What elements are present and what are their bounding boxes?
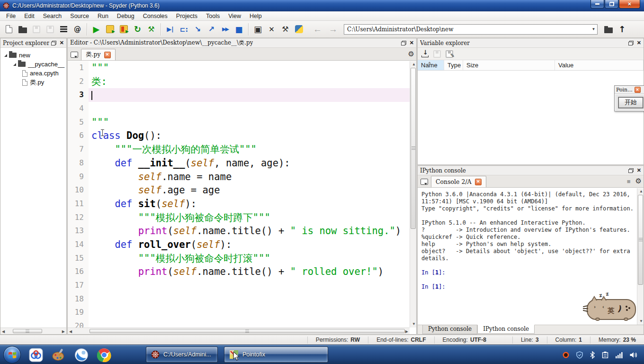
column-name[interactable]: Name <box>418 60 444 70</box>
code-line-15[interactable]: 15 """模拟小狗被命令时打滚""" <box>68 252 410 265</box>
continue-button[interactable] <box>218 22 232 36</box>
python-path-button[interactable] <box>292 22 306 36</box>
tree-item-area.cpyth[interactable]: area.cpyth <box>0 69 66 78</box>
code-line-17[interactable]: 17 <box>68 279 410 292</box>
code-line-1[interactable]: 1""" <box>68 61 410 75</box>
code-line-11[interactable]: 11 def sit(self): <box>68 197 410 211</box>
debug-button[interactable] <box>163 22 177 36</box>
pinned-app-rings-icon[interactable] <box>25 346 47 364</box>
symbol-finder-button[interactable] <box>71 22 84 36</box>
close-tab-icon[interactable]: ✕ <box>104 52 111 58</box>
close-panel-icon[interactable]: ✕ <box>410 40 414 46</box>
browse-directory-button[interactable] <box>601 22 615 36</box>
menu-help[interactable]: Help <box>245 11 266 21</box>
save-button[interactable] <box>29 22 43 36</box>
maximize-pane-button[interactable] <box>251 22 265 36</box>
working-directory-input[interactable] <box>344 25 590 34</box>
editor-tab[interactable]: 类.py ✕ <box>81 49 116 60</box>
code-line-4[interactable]: 4 <box>68 102 410 116</box>
menu-edit[interactable]: Edit <box>20 11 39 21</box>
save-data-as-icon[interactable] <box>446 50 453 58</box>
tree-item-new[interactable]: new <box>0 51 66 60</box>
code-line-9[interactable]: 9 self.name = name <box>68 170 410 184</box>
minimize-button[interactable] <box>590 0 604 9</box>
code-line-5[interactable]: 5""" <box>68 116 410 129</box>
code-line-20[interactable]: 20 <box>68 319 410 328</box>
code-line-3[interactable]: 3 <box>68 88 410 102</box>
save-all-button[interactable] <box>43 22 57 36</box>
pinned-app-browser-icon[interactable] <box>70 346 93 364</box>
pinned-app-paint-icon[interactable] <box>47 346 70 364</box>
project-explorer-hscrollbar[interactable]: ◀▶ <box>0 328 66 334</box>
maximize-button[interactable] <box>605 0 618 9</box>
code-line-6[interactable]: 6class Dog(): <box>68 129 410 143</box>
menu-view[interactable]: View <box>224 11 245 21</box>
menu-search[interactable]: Search <box>39 11 66 21</box>
back-icon[interactable]: ← <box>310 24 325 35</box>
new-file-button[interactable] <box>2 22 16 36</box>
menu-source[interactable]: Source <box>66 11 93 21</box>
pointofix-start-button[interactable]: 开始 <box>618 97 643 108</box>
parent-directory-button[interactable] <box>615 22 629 36</box>
menu-consoles[interactable]: Consoles <box>139 11 172 21</box>
code-area[interactable]: 1"""2类:345"""6class Dog():7 """一次模拟小狗的简单… <box>68 61 410 328</box>
code-line-8[interactable]: 8 def __init__(self, name, age): <box>68 156 410 170</box>
code-line-2[interactable]: 2类: <box>68 75 410 89</box>
start-button[interactable] <box>3 346 21 364</box>
run-button[interactable] <box>89 22 103 36</box>
forward-icon[interactable]: → <box>325 24 341 35</box>
stop-button[interactable] <box>232 22 246 36</box>
clipboard-tray-icon[interactable] <box>601 351 609 359</box>
editor-options-gear-icon[interactable]: ⚙ <box>408 50 414 58</box>
step-into-button[interactable] <box>191 22 205 36</box>
close-panel-icon[interactable]: ✕ <box>637 40 641 46</box>
expander-icon[interactable] <box>13 63 16 66</box>
code-line-7[interactable]: 7 """一次模拟小狗的简单尝试""" <box>68 143 410 156</box>
column-type[interactable]: Type <box>444 60 463 70</box>
code-line-16[interactable]: 16 print(self.name.title() + " rolled ov… <box>68 265 410 279</box>
debug-cell-button[interactable] <box>177 22 191 36</box>
variable-table-body[interactable] <box>418 71 644 164</box>
close-panel-icon[interactable]: ✕ <box>637 168 641 173</box>
volume-tray-icon[interactable] <box>629 351 637 359</box>
chevron-down-icon[interactable]: ▼ <box>590 25 597 34</box>
save-data-icon[interactable] <box>433 50 441 58</box>
security-shield-tray-icon[interactable] <box>576 351 583 359</box>
code-line-19[interactable]: 19 <box>68 306 410 319</box>
tree-item-类.py[interactable]: 类.py <box>0 78 66 87</box>
bottom-tab-ipython-console[interactable]: IPython console <box>477 325 535 334</box>
console-tab[interactable]: Console 2/A ✕ <box>431 176 486 187</box>
tools-button[interactable] <box>278 22 292 36</box>
browse-tabs-icon[interactable] <box>71 52 78 58</box>
editor-hscrollbar[interactable]: ◀▶ <box>68 328 410 334</box>
pointofix-titlebar[interactable]: Poin... ✕ <box>615 86 644 94</box>
code-line-18[interactable]: 18 <box>68 292 410 306</box>
pointofix-close-icon[interactable]: ✕ <box>635 87 641 93</box>
bottom-tab-python-console[interactable]: Python console <box>422 325 477 334</box>
run-cell-advance-button[interactable] <box>117 22 131 36</box>
editor-vscrollbar[interactable]: ▲▼ <box>410 61 416 328</box>
tree-item-__pycache__[interactable]: __pycache__ <box>0 60 66 69</box>
expander-icon[interactable] <box>4 54 7 57</box>
close-tab-icon[interactable]: ✕ <box>475 179 482 185</box>
close-button[interactable]: ✕ <box>619 0 640 9</box>
taskbar-button-spyder[interactable]: C:/Users/Admini... <box>146 346 218 363</box>
menu-file[interactable]: File <box>2 11 20 21</box>
browse-tabs-icon[interactable] <box>420 179 428 185</box>
console-options-gear-icon[interactable]: ⚙ <box>635 177 642 185</box>
undock-icon[interactable] <box>628 41 634 46</box>
interrupt-kernel-icon[interactable]: ■ <box>627 178 631 185</box>
configure-button[interactable] <box>144 22 158 36</box>
menu-run[interactable]: Run <box>93 11 113 21</box>
pinned-app-chrome-icon[interactable] <box>93 346 116 364</box>
console-vscrollbar[interactable]: ▲▼ <box>637 188 644 325</box>
menu-debug[interactable]: Debug <box>113 11 139 21</box>
undock-icon[interactable] <box>51 41 56 46</box>
undock-icon[interactable] <box>628 168 634 173</box>
file-switcher-button[interactable] <box>57 22 71 36</box>
re-run-button[interactable] <box>131 22 144 36</box>
code-line-14[interactable]: 14 def roll_over(self): <box>68 238 410 252</box>
open-file-button[interactable] <box>16 22 29 36</box>
fullscreen-button[interactable] <box>265 22 278 36</box>
code-line-12[interactable]: 12 """模拟小狗被命令时蹲下""" <box>68 211 410 225</box>
